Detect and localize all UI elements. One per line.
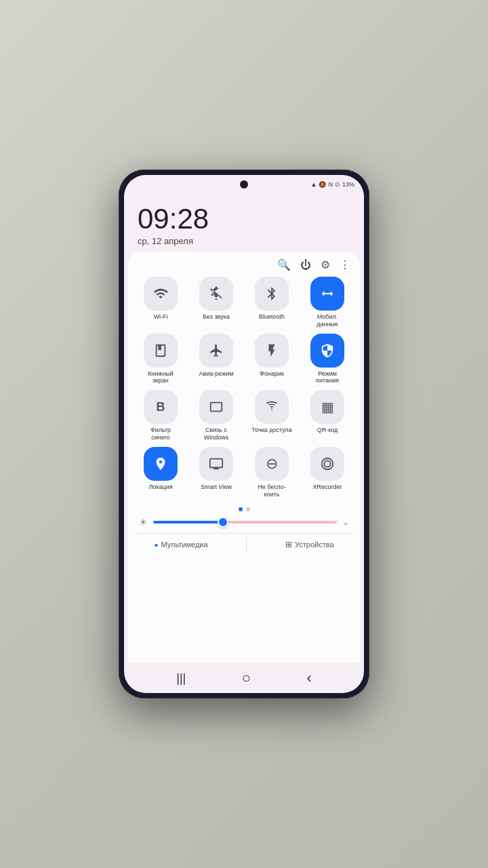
devices-icon: ⊞ <box>285 540 292 549</box>
brightness-thumb[interactable] <box>218 517 228 528</box>
xrecorder-label: XRecorder <box>312 484 342 491</box>
media-row: ● Мультимедиа ⊞ Устройства <box>135 533 353 555</box>
flashlight-icon-wrap <box>255 334 289 368</box>
location-label: Локация <box>148 484 172 491</box>
tile-airplane[interactable]: Авиа-режим <box>190 334 242 385</box>
silent-label: Без звука <box>203 313 230 321</box>
back-button[interactable]: ‹ <box>306 669 311 687</box>
blue-filter-label: Фильтр синего <box>140 427 181 441</box>
tile-link-windows[interactable]: Связь с Windows <box>190 390 242 441</box>
tile-flashlight[interactable]: Фонарик <box>246 334 298 385</box>
settings-icon[interactable]: ⚙ <box>321 258 330 271</box>
qs-toolbar: 🔍 ⏻ ⚙ ⋮ <box>135 258 353 271</box>
reader-label: Книжный экран <box>140 370 181 385</box>
dnd-label: Не беспо-коить <box>251 484 292 498</box>
power-icon[interactable]: ⏻ <box>300 259 311 271</box>
tile-dnd[interactable]: ⊖ Не беспо-коить <box>246 447 298 498</box>
tile-qr[interactable]: ▦ QR-код <box>302 390 353 441</box>
mobile-data-icon-wrap <box>310 277 344 311</box>
tile-hotspot[interactable]: Точка доступа <box>246 390 298 441</box>
bluetooth-icon-wrap <box>255 277 289 311</box>
blue-filter-icon-wrap: B <box>144 390 178 424</box>
location-icon-wrap <box>144 447 178 481</box>
tile-power-mode[interactable]: Режим питания <box>302 334 353 385</box>
airplane-icon-wrap <box>199 334 233 368</box>
page-dots <box>135 507 353 511</box>
location-status-icon: ⊙ <box>335 181 340 188</box>
dnd-icon-wrap: ⊖ <box>255 447 289 481</box>
time-area: 09:28 ср, 12 апреля <box>124 194 364 252</box>
recents-button[interactable]: ||| <box>176 671 186 686</box>
tile-reader[interactable]: Книжный экран <box>135 334 186 385</box>
signal-icon: ▲ <box>311 181 317 188</box>
table-surface: ▲ 🔕 N ⊙ 13% 09:28 ср, 12 апреля 🔍 ⏻ ⚙ <box>0 0 488 868</box>
qr-label: QR-код <box>317 427 338 434</box>
wifi-icon-wrap <box>144 277 178 311</box>
tile-smart-view[interactable]: Smart View <box>190 447 242 498</box>
dot-page1[interactable] <box>239 507 243 511</box>
brightness-slider[interactable] <box>153 521 337 524</box>
tile-wifi[interactable]: Wi-Fi <box>135 277 186 328</box>
more-icon[interactable]: ⋮ <box>340 258 350 271</box>
tile-bluetooth[interactable]: Bluetooth <box>246 277 298 328</box>
tile-mobile-data[interactable]: Мобил. данные <box>302 277 353 328</box>
nav-bar: ||| ○ ‹ <box>128 663 360 693</box>
media-separator <box>246 538 247 551</box>
svg-point-0 <box>322 458 333 470</box>
hotspot-icon-wrap <box>255 390 289 424</box>
dot-page2[interactable] <box>246 507 250 511</box>
smart-view-label: Smart View <box>201 484 232 491</box>
qs-grid: Wi-Fi Без звука <box>135 277 353 498</box>
xrecorder-icon-wrap <box>310 447 344 481</box>
wifi-status-icon: 🔕 <box>319 181 326 188</box>
multimedia-label: Мультимедиа <box>161 540 207 549</box>
mobile-data-label: Мобил. данные <box>307 313 348 328</box>
tile-blue-filter[interactable]: B Фильтр синего <box>135 390 186 441</box>
reader-icon-wrap <box>144 334 178 368</box>
phone-frame: ▲ 🔕 N ⊙ 13% 09:28 ср, 12 апреля 🔍 ⏻ ⚙ <box>119 170 369 698</box>
airplane-label: Авиа-режим <box>199 370 234 378</box>
phone-screen: ▲ 🔕 N ⊙ 13% 09:28 ср, 12 апреля 🔍 ⏻ ⚙ <box>124 175 364 693</box>
link-windows-label: Связь с Windows <box>196 427 237 441</box>
smart-view-icon-wrap <box>199 447 233 481</box>
flashlight-label: Фонарик <box>260 370 284 378</box>
brightness-low-icon: ☀ <box>139 517 148 528</box>
multimedia-button[interactable]: ● Мультимедиа <box>154 540 207 549</box>
tile-location[interactable]: Локация <box>135 447 186 498</box>
brightness-expand-icon[interactable]: ⌄ <box>342 517 349 527</box>
link-windows-icon-wrap <box>199 390 233 424</box>
search-icon[interactable]: 🔍 <box>277 258 291 271</box>
power-mode-icon-wrap <box>310 334 344 368</box>
battery-text: 13% <box>342 181 354 188</box>
front-camera <box>240 180 248 189</box>
tile-xrecorder[interactable]: XRecorder <box>302 447 353 498</box>
home-button[interactable]: ○ <box>242 669 251 687</box>
quick-settings-panel: 🔍 ⏻ ⚙ ⋮ Wi-Fi <box>128 252 360 663</box>
devices-label: Устройства <box>295 540 334 549</box>
hotspot-label: Точка доступа <box>251 427 291 434</box>
nfc-icon: N <box>328 181 333 188</box>
media-dot-icon: ● <box>154 541 158 549</box>
tile-silent[interactable]: Без звука <box>190 277 242 328</box>
bluetooth-label: Bluetooth <box>259 313 285 321</box>
power-mode-label: Режим питания <box>307 370 348 385</box>
clock-time: 09:28 <box>138 205 350 233</box>
silent-icon-wrap <box>199 277 233 311</box>
brightness-row: ☀ ⌄ <box>135 514 353 530</box>
wifi-label: Wi-Fi <box>154 313 168 321</box>
svg-point-1 <box>324 460 330 467</box>
status-icons: ▲ 🔕 N ⊙ 13% <box>311 181 354 188</box>
qr-icon-wrap: ▦ <box>310 390 344 424</box>
clock-date: ср, 12 апреля <box>138 236 350 246</box>
devices-button[interactable]: ⊞ Устройства <box>285 540 334 549</box>
